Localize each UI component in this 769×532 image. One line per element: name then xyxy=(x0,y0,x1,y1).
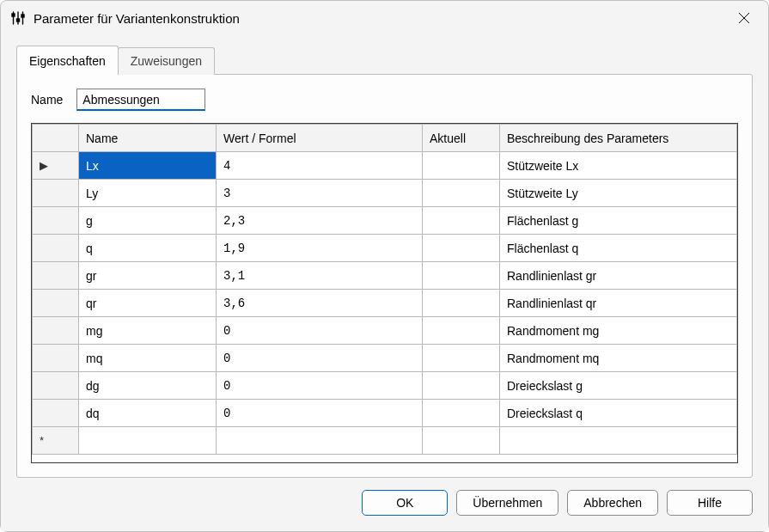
name-input[interactable] xyxy=(76,89,205,111)
title-bar: Parameter für Variantenkonstruktion xyxy=(1,1,768,35)
cell-actual[interactable] xyxy=(423,345,500,372)
table-row[interactable]: g2,3Flächenlast g xyxy=(33,207,737,235)
cell-desc[interactable]: Flächenlast q xyxy=(500,235,737,262)
cell-actual[interactable] xyxy=(423,427,500,455)
grid-header-marker[interactable] xyxy=(33,125,79,152)
row-marker[interactable] xyxy=(33,345,79,372)
cell-name[interactable]: g xyxy=(79,207,217,235)
cell-name[interactable]: dg xyxy=(79,372,217,400)
grid-header-name[interactable]: Name xyxy=(79,125,217,152)
table-row[interactable]: Ly3Stützweite Ly xyxy=(33,180,737,207)
tab-assignments[interactable]: Zuweisungen xyxy=(118,47,215,75)
table-row[interactable]: mg0Randmoment mg xyxy=(33,317,737,345)
cell-desc[interactable]: Randmoment mq xyxy=(500,345,737,372)
cell-desc[interactable]: Dreieckslast g xyxy=(500,372,737,400)
cell-value[interactable]: 3 xyxy=(217,180,423,207)
close-icon xyxy=(738,12,750,24)
name-label: Name xyxy=(31,93,63,107)
window-title: Parameter für Variantenkonstruktion xyxy=(34,11,240,26)
cell-desc[interactable] xyxy=(500,427,737,455)
row-marker[interactable] xyxy=(33,180,79,207)
svg-rect-5 xyxy=(21,15,24,17)
table-row[interactable]: gr3,1Randlinienlast gr xyxy=(33,262,737,290)
row-marker[interactable] xyxy=(33,207,79,235)
cell-desc[interactable]: Randmoment mg xyxy=(500,317,737,345)
cell-name[interactable]: gr xyxy=(79,262,217,290)
cell-value[interactable]: 0 xyxy=(217,372,423,400)
grid-header-value[interactable]: Wert / Formel xyxy=(217,125,423,152)
cell-name[interactable]: mg xyxy=(79,317,217,345)
grid-header-row: Name Wert / Formel Aktuell Beschreibung … xyxy=(33,125,737,152)
cell-desc[interactable]: Stützweite Ly xyxy=(500,180,737,207)
cell-actual[interactable] xyxy=(423,290,500,317)
name-row: Name xyxy=(31,89,738,111)
cell-value[interactable]: 3,1 xyxy=(217,262,423,290)
table-row[interactable]: mq0Randmoment mq xyxy=(33,345,737,372)
table-row[interactable]: * xyxy=(33,427,737,455)
cell-value[interactable]: 2,3 xyxy=(217,207,423,235)
row-marker[interactable]: ▶ xyxy=(33,152,79,180)
table-row[interactable]: ▶Lx4Stützweite Lx xyxy=(33,152,737,180)
ok-button[interactable]: OK xyxy=(362,490,448,516)
cell-name[interactable] xyxy=(79,427,217,455)
cell-value[interactable]: 3,6 xyxy=(217,290,423,317)
cell-desc[interactable]: Dreieckslast q xyxy=(500,400,737,427)
grid-header-desc[interactable]: Beschreibung des Parameters xyxy=(500,125,737,152)
tab-panel-properties: Name Name Wert / Formel Aktuell Besch xyxy=(16,74,753,478)
row-marker[interactable]: * xyxy=(33,427,79,455)
cell-actual[interactable] xyxy=(423,400,500,427)
grid-header-actual[interactable]: Aktuell xyxy=(423,125,500,152)
row-marker[interactable] xyxy=(33,372,79,400)
client-area: Eigenschaften Zuweisungen Name Name xyxy=(1,35,768,531)
table-row[interactable]: qr3,6Randlinienlast qr xyxy=(33,290,737,317)
row-marker[interactable] xyxy=(33,262,79,290)
cell-desc[interactable]: Randlinienlast gr xyxy=(500,262,737,290)
cell-actual[interactable] xyxy=(423,235,500,262)
button-bar: OK Übernehmen Abbrechen Hilfe xyxy=(16,490,753,516)
svg-rect-3 xyxy=(12,14,15,16)
table-row[interactable]: q1,9Flächenlast q xyxy=(33,235,737,262)
tab-properties[interactable]: Eigenschaften xyxy=(16,46,119,75)
cell-name[interactable]: q xyxy=(79,235,217,262)
row-marker[interactable] xyxy=(33,317,79,345)
cell-actual[interactable] xyxy=(423,152,500,180)
parameter-grid[interactable]: Name Wert / Formel Aktuell Beschreibung … xyxy=(31,123,738,463)
cell-name[interactable]: qr xyxy=(79,290,217,317)
cell-name[interactable]: dq xyxy=(79,400,217,427)
cell-value[interactable]: 0 xyxy=(217,345,423,372)
dialog-window: Parameter für Variantenkonstruktion Eige… xyxy=(0,0,769,532)
apply-button[interactable]: Übernehmen xyxy=(456,490,558,516)
help-button[interactable]: Hilfe xyxy=(667,490,753,516)
table-row[interactable]: dg0Dreieckslast g xyxy=(33,372,737,400)
svg-rect-4 xyxy=(17,19,20,21)
cell-actual[interactable] xyxy=(423,207,500,235)
cell-actual[interactable] xyxy=(423,372,500,400)
cell-desc[interactable]: Randlinienlast qr xyxy=(500,290,737,317)
cell-name[interactable]: Lx xyxy=(79,152,217,180)
cancel-button[interactable]: Abbrechen xyxy=(567,490,658,516)
cell-value[interactable]: 4 xyxy=(217,152,423,180)
cell-value[interactable] xyxy=(217,427,423,455)
close-button[interactable] xyxy=(727,1,761,35)
cell-value[interactable]: 0 xyxy=(217,317,423,345)
cell-name[interactable]: Ly xyxy=(79,180,217,207)
row-marker[interactable] xyxy=(33,235,79,262)
cell-actual[interactable] xyxy=(423,180,500,207)
cell-value[interactable]: 1,9 xyxy=(217,235,423,262)
cell-actual[interactable] xyxy=(423,262,500,290)
cell-name[interactable]: mq xyxy=(79,345,217,372)
row-marker[interactable] xyxy=(33,290,79,317)
row-marker[interactable] xyxy=(33,400,79,427)
cell-actual[interactable] xyxy=(423,317,500,345)
tab-strip: Eigenschaften Zuweisungen xyxy=(16,46,753,75)
table-row[interactable]: dq0Dreieckslast q xyxy=(33,400,737,427)
cell-desc[interactable]: Stützweite Lx xyxy=(500,152,737,180)
cell-value[interactable]: 0 xyxy=(217,400,423,427)
cell-desc[interactable]: Flächenlast g xyxy=(500,207,737,235)
sliders-icon xyxy=(9,9,27,27)
